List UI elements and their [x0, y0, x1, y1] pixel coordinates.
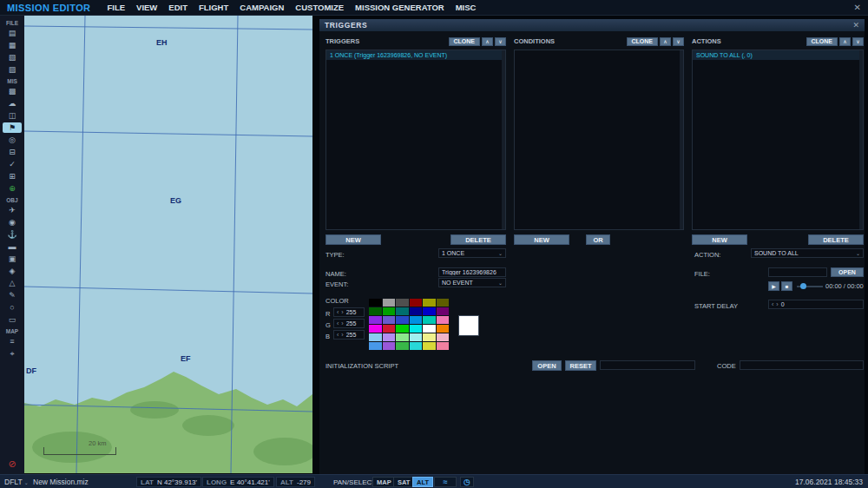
- menu-file[interactable]: FILE: [107, 3, 125, 12]
- color-swatch[interactable]: [437, 307, 450, 315]
- color-swatch[interactable]: [396, 333, 409, 341]
- drawing-icon[interactable]: ✎: [3, 290, 22, 300]
- menu-view[interactable]: VIEW: [136, 3, 157, 12]
- color-swatch[interactable]: [410, 325, 423, 333]
- sound-file-input[interactable]: [768, 267, 827, 277]
- vehicle-icon[interactable]: ▬: [3, 241, 22, 252]
- menu-mission-generator[interactable]: MISSION GENERATOR: [355, 3, 444, 12]
- map-viewport[interactable]: EH EG EF DF 20 km: [24, 16, 312, 473]
- close-icon[interactable]: ✕: [854, 3, 861, 12]
- new-mission-icon[interactable]: ▤: [3, 28, 22, 38]
- color-swatch[interactable]: [369, 325, 382, 333]
- scrollbar[interactable]: [502, 50, 505, 229]
- play-button[interactable]: ▶: [768, 281, 779, 291]
- add-unit-icon[interactable]: ⊕: [3, 183, 22, 194]
- zone-icon[interactable]: △: [3, 278, 22, 288]
- color-swatch[interactable]: [423, 333, 436, 341]
- color-swatch[interactable]: [437, 333, 450, 341]
- color-swatch[interactable]: [423, 325, 436, 333]
- color-swatch[interactable]: [383, 342, 396, 350]
- increment-icon[interactable]: ›: [341, 309, 343, 315]
- color-swatch[interactable]: [383, 307, 396, 315]
- color-swatch[interactable]: [369, 342, 382, 350]
- stop-button[interactable]: ■: [781, 281, 792, 291]
- color-swatch[interactable]: [383, 316, 396, 324]
- color-swatch[interactable]: [437, 316, 450, 324]
- briefing-icon[interactable]: ▩: [3, 86, 22, 96]
- save-mission-icon[interactable]: ▧: [3, 52, 22, 63]
- red-stepper[interactable]: ‹ › 255: [333, 307, 365, 317]
- menu-misc[interactable]: MISC: [456, 3, 477, 12]
- actions-move-down-button[interactable]: ∨: [852, 37, 864, 46]
- conditions-clone-button[interactable]: CLONE: [627, 37, 659, 46]
- trigger-name-input[interactable]: [438, 267, 506, 277]
- color-swatch[interactable]: [437, 325, 450, 333]
- airplane-icon[interactable]: ✈: [3, 205, 22, 215]
- decrement-icon[interactable]: ‹: [337, 332, 339, 338]
- ruler-icon[interactable]: ▭: [3, 314, 22, 325]
- open-mission-icon[interactable]: ▦: [3, 40, 22, 50]
- triggers-move-up-button[interactable]: ∧: [482, 37, 493, 46]
- action-new-button[interactable]: NEW: [692, 234, 747, 245]
- color-swatch[interactable]: [437, 299, 450, 307]
- color-swatch[interactable]: [396, 307, 409, 315]
- action-delete-button[interactable]: DELETE: [808, 234, 864, 245]
- blue-stepper[interactable]: ‹ › 255: [333, 330, 365, 340]
- increment-icon[interactable]: ›: [341, 332, 343, 338]
- init-script-file-input[interactable]: [600, 360, 695, 370]
- trigger-delete-button[interactable]: DELETE: [450, 234, 506, 245]
- conditions-list[interactable]: [514, 49, 684, 230]
- file-open-button[interactable]: OPEN: [831, 267, 864, 277]
- decrement-icon[interactable]: ‹: [772, 301, 773, 307]
- color-swatch[interactable]: [437, 342, 450, 350]
- scrollbar[interactable]: [859, 50, 863, 229]
- menu-campaign[interactable]: CAMPAIGN: [240, 3, 284, 12]
- color-swatch[interactable]: [396, 342, 409, 350]
- profile-dropdown[interactable]: DFLT ⌄: [4, 475, 29, 488]
- marker-icon[interactable]: ⌖: [3, 348, 22, 359]
- color-swatch[interactable]: [423, 316, 436, 324]
- action-list-item[interactable]: SOUND TO ALL (, 0): [693, 50, 863, 60]
- rules-icon[interactable]: ◫: [3, 110, 22, 121]
- start-delay-stepper[interactable]: ‹ › 0: [768, 300, 864, 309]
- triggers-move-down-button[interactable]: ∨: [495, 37, 506, 46]
- condition-new-button[interactable]: NEW: [514, 234, 569, 245]
- failures-icon[interactable]: ⊟: [3, 147, 22, 157]
- generator-icon[interactable]: ⊞: [3, 171, 22, 181]
- conditions-move-up-button[interactable]: ∧: [660, 37, 671, 46]
- color-swatch[interactable]: [369, 316, 382, 324]
- close-icon[interactable]: ✕: [852, 21, 859, 30]
- color-swatch[interactable]: [383, 333, 396, 341]
- menu-flight[interactable]: FLIGHT: [199, 3, 228, 12]
- color-swatch[interactable]: [396, 316, 409, 324]
- color-swatch[interactable]: [410, 342, 423, 350]
- trigger-list-item[interactable]: 1 ONCE (Trigger 1623969826, NO EVENT): [326, 50, 505, 60]
- increment-icon[interactable]: ›: [776, 301, 778, 307]
- template-icon[interactable]: ◈: [3, 266, 22, 276]
- color-swatch[interactable]: [410, 307, 423, 315]
- decrement-icon[interactable]: ‹: [337, 320, 339, 326]
- layers-icon[interactable]: ≡: [3, 336, 22, 346]
- color-swatch[interactable]: [410, 299, 423, 307]
- color-swatch[interactable]: [383, 325, 396, 333]
- color-swatch[interactable]: [396, 299, 409, 307]
- color-swatch[interactable]: [423, 299, 436, 307]
- color-swatch[interactable]: [423, 307, 436, 315]
- action-dropdown[interactable]: SOUND TO ALL ⌄: [751, 248, 864, 258]
- init-script-code-input[interactable]: [740, 360, 864, 370]
- decrement-icon[interactable]: ‹: [337, 309, 339, 315]
- save-as-icon[interactable]: ▨: [3, 64, 22, 75]
- actions-move-up-button[interactable]: ∧: [839, 37, 851, 46]
- init-script-open-button[interactable]: OPEN: [532, 360, 562, 371]
- layers-toggle-button[interactable]: ≈: [434, 477, 457, 487]
- conditions-move-down-button[interactable]: ∨: [673, 37, 684, 46]
- sat-view-button[interactable]: SAT: [393, 477, 414, 487]
- map-view-button[interactable]: MAP: [372, 477, 396, 487]
- menu-customize[interactable]: CUSTOMIZE: [295, 3, 344, 12]
- scrollbar[interactable]: [680, 50, 683, 229]
- record-icon[interactable]: ⊘: [3, 458, 22, 469]
- actions-list[interactable]: SOUND TO ALL (, 0): [692, 49, 864, 230]
- init-script-reset-button[interactable]: RESET: [565, 360, 596, 371]
- triggers-icon[interactable]: ⚑: [3, 122, 22, 133]
- color-swatch[interactable]: [383, 299, 396, 307]
